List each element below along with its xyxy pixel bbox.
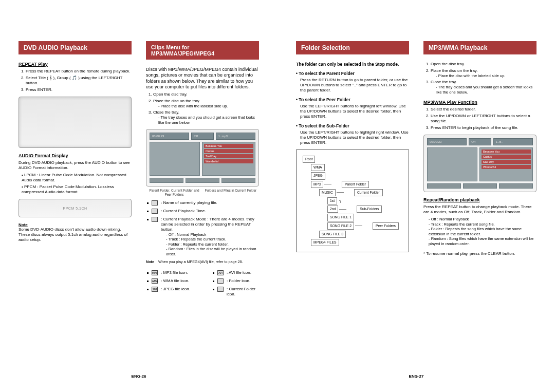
subhead-audio-format: AUDIO Format Display <box>18 153 132 158</box>
step: Close the tray. - The tray closes and yo… <box>153 110 259 125</box>
icon-curfolder: : Current Folder icon. <box>212 287 259 297</box>
col-dvd-audio: DVD AUDIO Playback REPEAT Play Press the… <box>18 41 132 378</box>
subhead-play-func: MP3/WMA Play Function <box>423 100 536 105</box>
func-steps: Select the desired folder. Use the UP/DO… <box>423 107 536 130</box>
step: Open the disc tray. <box>153 92 259 97</box>
info-name: : Name of currently playing file. <box>146 200 259 206</box>
step: Select Title ( 𝄞 ), Group ( 🎵 ) using th… <box>26 76 132 86</box>
info-time: : Current Playback Time. <box>146 209 259 214</box>
grp-sub: • To select the Sub-Folder <box>296 123 409 128</box>
header-mp3-playback: MP3/WMA Playback <box>423 41 536 54</box>
audio-format-list: LPCM : Linear Pulse Code Modulation. Not… <box>18 173 132 195</box>
clips-intro: Discs with MP3/WMA/JPEG/MPEG4 contain in… <box>146 67 259 90</box>
list-item: PPCM : Packet Pulse Code Modulation. Los… <box>22 184 132 195</box>
list-item: LPCM : Linear Pulse Code Modulation. Not… <box>22 173 132 183</box>
note-label: Note <box>18 222 132 227</box>
header-dvd-audio: DVD AUDIO Playback <box>18 41 132 54</box>
page-number: ENG-26 <box>132 374 146 379</box>
icon-folder: : Folder icon. <box>212 278 259 284</box>
header-folder-selection: Folder Selection <box>296 41 409 54</box>
grp-peer: • To select the Peer Folder <box>296 97 409 102</box>
clips-screen: 00:00:23 Off 1..mp3 Because You Cactus S… <box>146 129 259 186</box>
step: Press ENTER. <box>26 87 132 92</box>
step: Press the REPEAT button on the remote du… <box>26 69 132 74</box>
step: Place the disc on the tray. - Place the … <box>153 99 259 108</box>
clips-left-pane <box>150 142 200 176</box>
step: Select the desired folder. <box>431 107 536 112</box>
resume-note: * To resume normal play, press the CLEAR… <box>423 251 536 256</box>
folder-intro: The folder can only be selected in the S… <box>296 62 409 67</box>
audio-format-bar: PPCM 5.1CH <box>18 199 132 217</box>
icon-avi: AVI: AVI file icon. <box>212 270 259 275</box>
note-text: Some DVD-AUDIO discs don't allow audio d… <box>18 227 132 242</box>
clips-captions: Parent Folder, Current Folder and Peer F… <box>146 189 259 196</box>
current-folder-icon <box>217 287 224 292</box>
step: Place the disc on the tray. - Place the … <box>431 68 536 78</box>
header-clips-menu: Clips Menu for MP3/WMA/JPEG/MPEG4 <box>146 41 259 60</box>
subhead-repeat-play: REPEAT Play <box>18 62 132 67</box>
clips-note: Note When you play a MPEG4(AVI) file, re… <box>146 259 259 264</box>
page-27: Folder Selection The folder can only be … <box>278 0 555 392</box>
clips-steps: Open the disc tray. Place the disc on th… <box>146 92 259 125</box>
clips-right-pane: Because You Cactus Sad Day Wonderful <box>202 142 255 176</box>
folder-diagram: Root WMA JPEG MP3Parent Folder MUSICCurr… <box>296 150 409 252</box>
mp3-screen: 00:00:23 Off 1..B.. Because You Cactus S… <box>423 135 536 192</box>
wma-icon: WMA <box>152 278 158 284</box>
step: Press ENTER to begin playback of the son… <box>431 125 536 130</box>
mp3-icon: MP3 <box>152 270 158 275</box>
step: Close the tray. - The tray closes and yo… <box>431 80 536 95</box>
folder-icon <box>217 278 224 284</box>
repeat-steps: Press the REPEAT button on the remote du… <box>18 69 132 92</box>
col-folder-selection: Folder Selection The folder can only be … <box>296 41 409 378</box>
col-clips-menu: Clips Menu for MP3/WMA/JPEG/MPEG4 Discs … <box>146 41 259 378</box>
grp-parent: • To select the Parent Folder <box>296 71 409 76</box>
page-number: ENG-27 <box>409 374 424 379</box>
avi-icon: AVI <box>217 270 224 275</box>
info-mode: : Current Playback Mode : There are 4 mo… <box>146 217 259 256</box>
audio-format-intro: During DVD AUDIO playback, press the AUD… <box>18 160 132 171</box>
step: Open the disc tray. <box>431 62 536 67</box>
icon-wma: WMA: WMA file icon. <box>146 278 193 284</box>
mp3-steps: Open the disc tray. Place the disc on th… <box>423 62 536 95</box>
screenshot-placeholder <box>18 97 132 148</box>
jpeg-icon: JPG <box>152 287 158 292</box>
icon-mp3: MP3: MP3 file icon. <box>146 270 193 275</box>
icon-jpeg: JPG: JPEG file icon. <box>146 287 193 292</box>
page-26: DVD AUDIO Playback REPEAT Play Press the… <box>0 0 278 392</box>
col-mp3-playback: MP3/WMA Playback Open the disc tray. Pla… <box>423 41 536 378</box>
subhead-repeat-random: Repeat/Random playback <box>423 197 536 202</box>
step: Use the UP/DOWN or LEFT/RIGHT buttons to… <box>431 114 536 124</box>
